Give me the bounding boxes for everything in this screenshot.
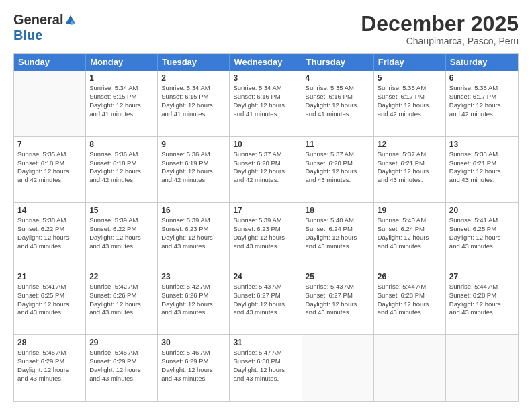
logo-icon <box>64 14 77 26</box>
logo-general-text: General <box>13 12 63 28</box>
cal-cell: 27Sunrise: 5:44 AM Sunset: 6:28 PM Dayli… <box>446 269 518 335</box>
day-number: 31 <box>233 338 298 347</box>
day-number: 30 <box>161 338 226 347</box>
cal-cell: 24Sunrise: 5:43 AM Sunset: 6:27 PM Dayli… <box>230 269 302 335</box>
cal-cell: 22Sunrise: 5:42 AM Sunset: 6:26 PM Dayli… <box>86 269 158 335</box>
day-number: 23 <box>161 272 226 281</box>
day-info: Sunrise: 5:43 AM Sunset: 6:27 PM Dayligh… <box>233 283 298 317</box>
day-number: 5 <box>378 73 442 83</box>
day-number: 16 <box>161 205 226 215</box>
cal-cell: 18Sunrise: 5:40 AM Sunset: 6:24 PM Dayli… <box>302 203 374 269</box>
day-info: Sunrise: 5:35 AM Sunset: 6:16 PM Dayligh… <box>306 84 370 118</box>
day-info: Sunrise: 5:35 AM Sunset: 6:17 PM Dayligh… <box>449 84 515 118</box>
day-info: Sunrise: 5:34 AM Sunset: 6:15 PM Dayligh… <box>89 84 154 118</box>
day-info: Sunrise: 5:45 AM Sunset: 6:29 PM Dayligh… <box>17 349 82 383</box>
day-info: Sunrise: 5:47 AM Sunset: 6:30 PM Dayligh… <box>233 349 298 383</box>
day-info: Sunrise: 5:37 AM Sunset: 6:20 PM Dayligh… <box>306 150 370 185</box>
cal-cell: 3Sunrise: 5:34 AM Sunset: 6:16 PM Daylig… <box>230 71 302 136</box>
title-block: December 2025 Chaupimarca, Pasco, Peru <box>361 12 519 46</box>
cal-cell: 11Sunrise: 5:37 AM Sunset: 6:20 PM Dayli… <box>302 137 374 203</box>
day-number: 6 <box>449 73 515 83</box>
day-info: Sunrise: 5:36 AM Sunset: 6:18 PM Dayligh… <box>89 150 154 185</box>
day-number: 14 <box>17 205 82 215</box>
cal-week-5: 28Sunrise: 5:45 AM Sunset: 6:29 PM Dayli… <box>14 335 518 401</box>
day-info: Sunrise: 5:39 AM Sunset: 6:22 PM Dayligh… <box>89 216 154 250</box>
header-thursday: Thursday <box>302 54 374 71</box>
logo: General Blue <box>13 12 77 43</box>
day-number: 27 <box>449 272 515 281</box>
day-info: Sunrise: 5:34 AM Sunset: 6:15 PM Dayligh… <box>161 84 226 118</box>
day-number: 4 <box>306 73 370 83</box>
day-info: Sunrise: 5:40 AM Sunset: 6:24 PM Dayligh… <box>378 216 442 250</box>
day-number: 10 <box>233 140 298 149</box>
cal-cell: 4Sunrise: 5:35 AM Sunset: 6:16 PM Daylig… <box>302 71 374 136</box>
day-number: 28 <box>17 338 82 347</box>
day-number: 20 <box>449 205 515 215</box>
cal-cell: 30Sunrise: 5:46 AM Sunset: 6:29 PM Dayli… <box>158 335 230 401</box>
day-number: 19 <box>378 205 442 215</box>
day-info: Sunrise: 5:39 AM Sunset: 6:23 PM Dayligh… <box>161 216 226 250</box>
day-number: 11 <box>306 140 370 149</box>
day-number: 18 <box>306 205 370 215</box>
cal-cell: 13Sunrise: 5:38 AM Sunset: 6:21 PM Dayli… <box>446 137 518 203</box>
calendar: Sunday Monday Tuesday Wednesday Thursday… <box>13 53 519 402</box>
day-info: Sunrise: 5:44 AM Sunset: 6:28 PM Dayligh… <box>449 283 515 317</box>
day-number: 1 <box>89 73 154 83</box>
cal-cell: 14Sunrise: 5:38 AM Sunset: 6:22 PM Dayli… <box>14 203 86 269</box>
cal-cell: 21Sunrise: 5:41 AM Sunset: 6:25 PM Dayli… <box>14 269 86 335</box>
cal-cell: 2Sunrise: 5:34 AM Sunset: 6:15 PM Daylig… <box>158 71 230 136</box>
cal-cell: 15Sunrise: 5:39 AM Sunset: 6:22 PM Dayli… <box>86 203 158 269</box>
day-info: Sunrise: 5:38 AM Sunset: 6:22 PM Dayligh… <box>17 216 82 250</box>
header-sunday: Sunday <box>14 54 86 71</box>
cal-cell: 8Sunrise: 5:36 AM Sunset: 6:18 PM Daylig… <box>86 137 158 203</box>
day-number: 21 <box>17 272 82 281</box>
cal-cell: 29Sunrise: 5:45 AM Sunset: 6:29 PM Dayli… <box>86 335 158 401</box>
cal-cell: 6Sunrise: 5:35 AM Sunset: 6:17 PM Daylig… <box>446 71 518 136</box>
cal-cell: 5Sunrise: 5:35 AM Sunset: 6:17 PM Daylig… <box>374 71 446 136</box>
cal-cell <box>302 335 374 401</box>
cal-cell <box>446 335 518 401</box>
cal-cell <box>374 335 446 401</box>
calendar-body: 1Sunrise: 5:34 AM Sunset: 6:15 PM Daylig… <box>14 71 518 401</box>
day-info: Sunrise: 5:40 AM Sunset: 6:24 PM Dayligh… <box>306 216 370 250</box>
cal-cell: 31Sunrise: 5:47 AM Sunset: 6:30 PM Dayli… <box>230 335 302 401</box>
calendar-header-row: Sunday Monday Tuesday Wednesday Thursday… <box>14 54 518 71</box>
cal-cell: 12Sunrise: 5:37 AM Sunset: 6:21 PM Dayli… <box>374 137 446 203</box>
page: General Blue December 2025 Chaupimarca, … <box>0 0 532 411</box>
location-subtitle: Chaupimarca, Pasco, Peru <box>361 36 519 46</box>
day-number: 9 <box>161 140 226 149</box>
cal-cell: 9Sunrise: 5:36 AM Sunset: 6:19 PM Daylig… <box>158 137 230 203</box>
day-number: 24 <box>233 272 298 281</box>
cal-cell: 23Sunrise: 5:42 AM Sunset: 6:26 PM Dayli… <box>158 269 230 335</box>
day-number: 25 <box>306 272 370 281</box>
day-info: Sunrise: 5:38 AM Sunset: 6:21 PM Dayligh… <box>449 150 515 185</box>
cal-cell: 19Sunrise: 5:40 AM Sunset: 6:24 PM Dayli… <box>374 203 446 269</box>
cal-week-4: 21Sunrise: 5:41 AM Sunset: 6:25 PM Dayli… <box>14 269 518 336</box>
cal-cell: 16Sunrise: 5:39 AM Sunset: 6:23 PM Dayli… <box>158 203 230 269</box>
cal-cell: 10Sunrise: 5:37 AM Sunset: 6:20 PM Dayli… <box>230 137 302 203</box>
day-number: 7 <box>17 140 82 149</box>
header-wednesday: Wednesday <box>230 54 302 71</box>
day-number: 29 <box>89 338 154 347</box>
cal-cell: 25Sunrise: 5:43 AM Sunset: 6:27 PM Dayli… <box>302 269 374 335</box>
cal-cell: 17Sunrise: 5:39 AM Sunset: 6:23 PM Dayli… <box>230 203 302 269</box>
day-info: Sunrise: 5:44 AM Sunset: 6:28 PM Dayligh… <box>378 283 442 317</box>
day-number: 22 <box>89 272 154 281</box>
day-number: 15 <box>89 205 154 215</box>
cal-cell: 20Sunrise: 5:41 AM Sunset: 6:25 PM Dayli… <box>446 203 518 269</box>
header-tuesday: Tuesday <box>158 54 230 71</box>
day-info: Sunrise: 5:46 AM Sunset: 6:29 PM Dayligh… <box>161 349 226 383</box>
day-info: Sunrise: 5:42 AM Sunset: 6:26 PM Dayligh… <box>161 283 226 317</box>
cal-cell: 7Sunrise: 5:35 AM Sunset: 6:18 PM Daylig… <box>14 137 86 203</box>
cal-week-2: 7Sunrise: 5:35 AM Sunset: 6:18 PM Daylig… <box>14 137 518 203</box>
day-number: 13 <box>449 140 515 149</box>
month-title: December 2025 <box>361 12 519 36</box>
day-info: Sunrise: 5:35 AM Sunset: 6:18 PM Dayligh… <box>17 150 82 185</box>
cal-cell: 28Sunrise: 5:45 AM Sunset: 6:29 PM Dayli… <box>14 335 86 401</box>
cal-cell: 26Sunrise: 5:44 AM Sunset: 6:28 PM Dayli… <box>374 269 446 335</box>
day-info: Sunrise: 5:35 AM Sunset: 6:17 PM Dayligh… <box>378 84 442 118</box>
day-number: 12 <box>378 140 442 149</box>
day-info: Sunrise: 5:37 AM Sunset: 6:20 PM Dayligh… <box>233 150 298 185</box>
cal-week-3: 14Sunrise: 5:38 AM Sunset: 6:22 PM Dayli… <box>14 203 518 269</box>
cal-week-1: 1Sunrise: 5:34 AM Sunset: 6:15 PM Daylig… <box>14 71 518 137</box>
